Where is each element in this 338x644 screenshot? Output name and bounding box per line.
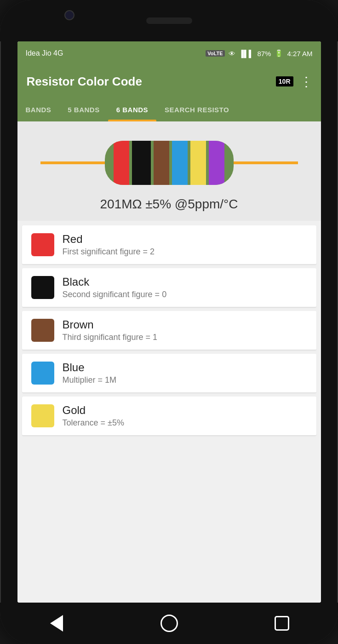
more-options-icon[interactable]: ⋮	[300, 74, 312, 89]
band-info-red: Red First significant figure = 2	[63, 233, 155, 257]
band-info-brown: Brown Third significant figure = 1	[63, 318, 158, 342]
battery-level: 87%	[257, 50, 271, 58]
band-description-brown: Third significant figure = 1	[63, 333, 158, 342]
resistor-badge: 10R	[276, 76, 293, 86]
band-2	[132, 141, 150, 185]
signal-bars: ▐▌▌	[239, 50, 254, 58]
speaker	[146, 17, 192, 24]
tab-search[interactable]: SEARCH RESISTO	[156, 98, 237, 121]
color-swatch-red	[31, 233, 54, 256]
band-description-blue: Multiplier = 1M	[63, 375, 117, 385]
band-item-red[interactable]: Red First significant figure = 2	[22, 225, 316, 264]
band-info-black: Black Second significant figure = 0	[63, 276, 167, 299]
home-icon	[160, 615, 178, 632]
tabs-bar: BANDS 5 BANDS 6 BANDS SEARCH RESISTO	[17, 98, 321, 121]
carrier-text: Idea Jio 4G	[26, 49, 63, 58]
resistor-value: 201MΩ ±5% @5ppm/°C	[100, 197, 238, 212]
recents-button[interactable]	[271, 613, 292, 634]
band-item-black[interactable]: Black Second significant figure = 0	[22, 268, 316, 307]
app-title: Resistor Color Code	[27, 75, 142, 89]
phone-frame: Idea Jio 4G VoLTE 👁 ▐▌▌ 87% 🔋 4:27 AM Re…	[0, 0, 338, 644]
eye-icon: 👁	[229, 50, 235, 58]
band-info-gold: Gold Tolerance = ±5%	[63, 404, 124, 428]
color-swatch-blue	[31, 362, 54, 385]
recents-icon	[275, 616, 289, 631]
band-item-brown[interactable]: Brown Third significant figure = 1	[22, 311, 316, 350]
band-color-name-brown: Brown	[63, 318, 158, 331]
band-5	[190, 141, 206, 185]
band-3	[154, 141, 169, 185]
app-toolbar: Resistor Color Code 10R ⋮	[17, 65, 321, 98]
band-color-name-black: Black	[63, 276, 167, 288]
volte-badge: VoLTE	[206, 50, 224, 57]
camera	[64, 10, 74, 20]
resistor-body	[105, 141, 234, 185]
band-color-name-gold: Gold	[63, 404, 124, 417]
back-button[interactable]	[46, 613, 67, 634]
resistor-wire-container	[40, 135, 298, 190]
back-icon	[50, 615, 63, 632]
toolbar-right: 10R ⋮	[276, 74, 312, 89]
resistor-diagram-area: 201MΩ ±5% @5ppm/°C	[17, 121, 321, 221]
tab-4bands[interactable]: BANDS	[17, 98, 60, 121]
phone-screen: Idea Jio 4G VoLTE 👁 ▐▌▌ 87% 🔋 4:27 AM Re…	[17, 41, 321, 603]
band-item-blue[interactable]: Blue Multiplier = 1M	[22, 354, 316, 393]
band-item-gold[interactable]: Gold Tolerance = ±5%	[22, 397, 316, 436]
color-swatch-black	[31, 276, 54, 299]
time-display: 4:27 AM	[287, 50, 312, 58]
color-swatch-brown	[31, 319, 54, 342]
band-1	[114, 141, 129, 185]
band-description-red: First significant figure = 2	[63, 247, 155, 257]
phone-top-bar	[0, 0, 338, 41]
main-content: 201MΩ ±5% @5ppm/°C Red First significant…	[17, 121, 321, 603]
bands-container	[112, 141, 225, 185]
tab-5bands[interactable]: 5 BANDS	[59, 98, 108, 121]
status-right: VoLTE 👁 ▐▌▌ 87% 🔋 4:27 AM	[206, 49, 312, 58]
band-color-name-red: Red	[63, 233, 155, 246]
band-4	[172, 141, 188, 185]
band-description-gold: Tolerance = ±5%	[63, 418, 124, 428]
battery-icon: 🔋	[275, 49, 283, 58]
status-bar: Idea Jio 4G VoLTE 👁 ▐▌▌ 87% 🔋 4:27 AM	[17, 41, 321, 65]
band-list: Red First significant figure = 2 Black S…	[17, 221, 321, 603]
band-color-name-blue: Blue	[63, 361, 117, 374]
color-swatch-gold	[31, 404, 54, 427]
band-6	[209, 141, 224, 185]
band-description-black: Second significant figure = 0	[63, 290, 167, 299]
phone-bottom-bar	[0, 603, 338, 644]
band-info-blue: Blue Multiplier = 1M	[63, 361, 117, 385]
home-button[interactable]	[159, 613, 180, 634]
tab-6bands[interactable]: 6 BANDS	[108, 98, 156, 121]
